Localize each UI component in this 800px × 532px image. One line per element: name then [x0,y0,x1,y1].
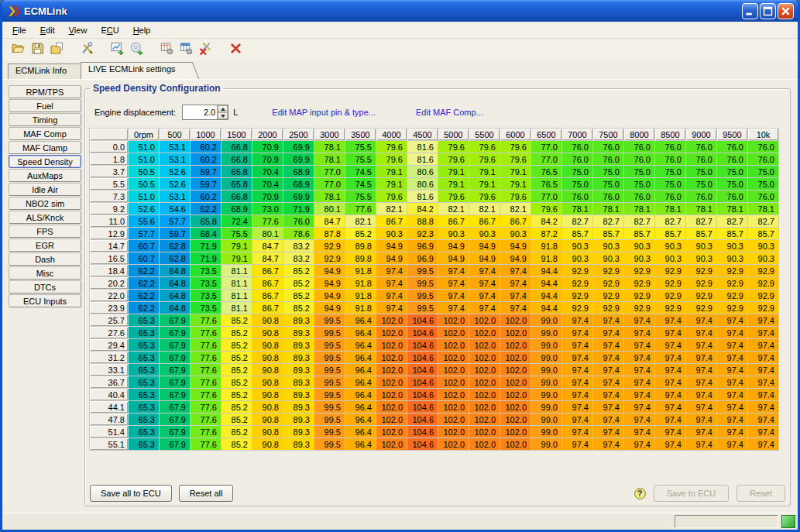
cell[interactable]: 97.4 [655,327,686,339]
cell[interactable]: 97.4 [655,364,686,376]
cell[interactable]: 90.3 [593,240,624,252]
cell[interactable]: 99.5 [314,414,345,426]
clear-tools-toolbar-button[interactable] [196,41,215,60]
cell[interactable]: 67.9 [160,389,191,401]
cell[interactable]: 86.7 [376,215,407,228]
cell[interactable]: 79.6 [531,203,562,215]
cell[interactable]: 97.4 [717,438,748,451]
cell[interactable]: 69.9 [283,153,314,166]
cell[interactable]: 65.3 [129,376,160,389]
cell[interactable]: 79.6 [469,141,500,153]
cell[interactable]: 76.0 [717,141,748,153]
cell[interactable]: 79.6 [376,153,407,166]
cell[interactable]: 82.7 [686,215,717,228]
cell[interactable]: 91.8 [531,252,562,265]
cell[interactable]: 92.9 [686,302,717,314]
cell[interactable]: 102.0 [469,389,500,401]
cell[interactable]: 97.4 [562,352,593,364]
cell[interactable]: 67.9 [160,438,191,451]
cell[interactable]: 76.0 [562,190,593,203]
cell[interactable]: 102.0 [438,414,469,426]
cell[interactable]: 79.6 [469,190,500,203]
cell[interactable]: 97.4 [624,327,655,339]
row-header-31-2[interactable]: 31.2 [90,352,129,364]
cell[interactable]: 97.4 [438,302,469,314]
cell[interactable]: 96.4 [345,438,376,451]
cell[interactable]: 75.0 [593,178,624,190]
cell[interactable]: 97.4 [686,389,717,401]
cell[interactable]: 91.8 [345,277,376,290]
cell[interactable]: 90.8 [252,414,283,426]
cell[interactable]: 94.9 [438,252,469,265]
cell[interactable]: 97.4 [655,414,686,426]
cell[interactable]: 77.0 [314,178,345,190]
cell[interactable]: 92.9 [748,302,779,314]
cell[interactable]: 70.9 [252,153,283,166]
cell[interactable]: 104.6 [407,376,438,389]
cell[interactable]: 65.3 [129,414,160,426]
col-header-5500[interactable]: 5500 [469,129,500,141]
cell[interactable]: 104.6 [407,426,438,438]
cell[interactable]: 79.6 [500,153,531,166]
cell[interactable]: 75.0 [717,178,748,190]
cell[interactable]: 79.6 [376,190,407,203]
cell[interactable]: 75.0 [655,166,686,178]
cell[interactable]: 102.0 [376,438,407,451]
cell[interactable]: 97.4 [686,327,717,339]
cell[interactable]: 102.0 [438,364,469,376]
cell[interactable]: 97.4 [624,426,655,438]
sidebar-item-misc[interactable]: Misc [9,266,81,280]
cell[interactable]: 97.4 [593,376,624,389]
cell[interactable]: 62.8 [160,252,191,265]
cell[interactable]: 90.3 [624,240,655,252]
cell[interactable]: 67.9 [160,414,191,426]
cell[interactable]: 92.9 [655,265,686,277]
cell[interactable]: 74.5 [345,166,376,178]
cell[interactable]: 94.9 [438,240,469,252]
cell[interactable]: 77.6 [252,215,283,228]
cell[interactable]: 82.1 [500,203,531,215]
cell[interactable]: 76.0 [283,215,314,228]
cell[interactable]: 64.8 [160,302,191,314]
cell[interactable]: 99.5 [314,352,345,364]
cell[interactable]: 99.5 [314,426,345,438]
cell[interactable]: 75.5 [345,190,376,203]
cell[interactable]: 94.9 [376,252,407,265]
cell[interactable]: 97.4 [686,426,717,438]
cell[interactable]: 96.9 [407,252,438,265]
cell[interactable]: 99.0 [531,339,562,352]
cell[interactable]: 79.1 [376,178,407,190]
cell[interactable]: 90.3 [562,252,593,265]
cell[interactable]: 102.0 [376,426,407,438]
cell[interactable]: 79.6 [438,141,469,153]
cell[interactable]: 97.4 [717,364,748,376]
cell[interactable]: 67.9 [160,339,191,352]
cell[interactable]: 97.4 [686,314,717,327]
cell[interactable]: 92.9 [314,240,345,252]
cell[interactable]: 97.4 [748,426,779,438]
cell[interactable]: 71.9 [283,203,314,215]
cell[interactable]: 76.0 [717,153,748,166]
cell[interactable]: 87.8 [314,228,345,240]
cell[interactable]: 97.4 [376,277,407,290]
cell[interactable]: 99.0 [531,389,562,401]
cell[interactable]: 77.6 [191,314,221,327]
cell[interactable]: 92.9 [562,302,593,314]
row-header-5-5[interactable]: 5.5 [90,178,129,190]
cell[interactable]: 94.9 [314,290,345,302]
cell[interactable]: 97.4 [748,314,779,327]
cell[interactable]: 80.1 [314,203,345,215]
cell[interactable]: 102.0 [469,401,500,414]
cell[interactable]: 77.0 [531,153,562,166]
cell[interactable]: 60.7 [129,252,160,265]
cell[interactable]: 62.2 [191,203,221,215]
cell[interactable]: 92.9 [686,265,717,277]
cell[interactable]: 97.4 [655,401,686,414]
cell[interactable]: 99.0 [531,401,562,414]
cell[interactable]: 86.7 [252,277,283,290]
cell[interactable]: 97.4 [686,414,717,426]
cell[interactable]: 91.8 [531,240,562,252]
cell[interactable]: 97.4 [562,314,593,327]
cell[interactable]: 102.0 [438,426,469,438]
cell[interactable]: 104.6 [407,327,438,339]
